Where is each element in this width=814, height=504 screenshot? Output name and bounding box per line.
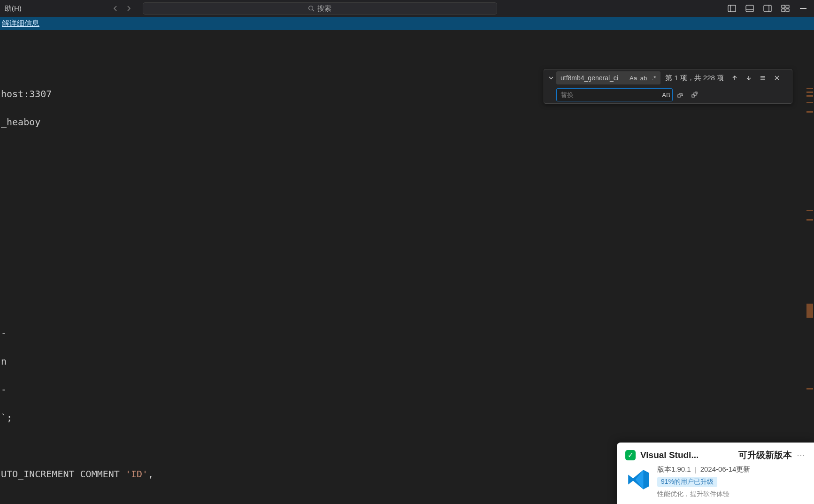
code-str: 'ID' <box>125 468 148 480</box>
toast-more-icon[interactable]: ⋯ <box>797 450 806 460</box>
window-minimize-icon[interactable] <box>797 2 809 15</box>
svg-rect-10 <box>782 9 785 12</box>
svg-rect-8 <box>782 5 785 8</box>
match-case-toggle[interactable]: Aa <box>628 73 638 83</box>
layout-bottom-icon[interactable] <box>744 2 756 15</box>
svg-rect-6 <box>764 5 771 12</box>
update-notification: ✓ Visual Studi... 可升级新版本 ⋯ 版本1.90.1 | 20… <box>617 443 814 504</box>
breadcrumb-bar <box>0 48 814 60</box>
separator: | <box>695 466 697 473</box>
toast-date: 2024-06-14更新 <box>700 465 751 474</box>
find-input-value: utf8mb4_general_ci <box>558 72 628 84</box>
code-text: , <box>148 468 154 480</box>
nav-back-icon[interactable] <box>111 4 120 13</box>
find-input[interactable]: utf8mb4_general_ci Aa ab .* <box>556 71 660 84</box>
svg-rect-17 <box>678 95 680 97</box>
svg-line-1 <box>313 10 315 12</box>
svg-rect-11 <box>786 9 789 12</box>
find-in-selection-icon[interactable] <box>757 72 769 84</box>
customize-layout-icon[interactable] <box>779 2 791 15</box>
svg-rect-4 <box>746 5 753 12</box>
preserve-case-toggle[interactable]: AB <box>661 90 671 100</box>
replace-input[interactable]: AB <box>556 88 673 101</box>
banner-link[interactable]: 解详细信息 <box>2 19 39 29</box>
code-text: UTO_INCREMENT COMMENT <box>1 468 125 480</box>
editor-area[interactable]: host:3307 _heaboy - n - `; UTO_INCREMENT… <box>0 60 814 504</box>
layout-right-icon[interactable] <box>761 2 774 15</box>
toast-product: Visual Studi... <box>640 450 731 460</box>
toast-headline: 可升级新版本 <box>738 449 792 461</box>
replace-input-field[interactable] <box>558 89 661 101</box>
toggle-replace-icon[interactable] <box>547 75 554 81</box>
vscode-logo-icon <box>625 467 651 492</box>
code-text: - <box>1 384 7 395</box>
title-bar: 助(H) 搜索 <box>0 0 814 17</box>
toast-pill: 91%的用户已升级 <box>657 477 717 487</box>
code-text: n <box>1 356 7 367</box>
tab-bar <box>0 30 814 48</box>
replace-one-icon[interactable] <box>675 89 687 101</box>
command-center-search[interactable]: 搜索 <box>143 2 497 15</box>
whole-word-toggle[interactable]: ab <box>638 73 649 83</box>
code-text: host:3307 <box>1 88 52 99</box>
toast-badge-icon: ✓ <box>625 450 636 460</box>
prev-match-icon[interactable] <box>729 72 741 84</box>
regex-toggle[interactable]: .* <box>649 73 659 83</box>
code-text: - <box>1 328 7 339</box>
svg-point-0 <box>309 6 313 10</box>
close-find-icon[interactable] <box>771 72 783 84</box>
info-banner: 解详细信息 <box>0 17 814 30</box>
search-placeholder: 搜索 <box>317 4 331 13</box>
svg-rect-2 <box>728 5 736 12</box>
match-count: 第 1 项，共 228 项 <box>665 74 724 83</box>
toast-version: 版本1.90.1 <box>657 465 691 474</box>
find-replace-widget: utf8mb4_general_ci Aa ab .* 第 1 项，共 228 … <box>544 69 792 104</box>
minimap[interactable] <box>806 60 814 504</box>
search-icon <box>308 5 315 12</box>
replace-all-icon[interactable] <box>689 89 701 101</box>
nav-forward-icon[interactable] <box>124 4 133 13</box>
code-text: _heaboy <box>1 116 40 128</box>
next-match-icon[interactable] <box>743 72 755 84</box>
toast-subtext: 性能优化，提升软件体验 <box>657 490 750 498</box>
svg-rect-9 <box>786 5 789 8</box>
layout-left-icon[interactable] <box>726 2 738 15</box>
code-text: `; <box>1 412 12 423</box>
menu-help[interactable]: 助(H) <box>0 4 26 13</box>
